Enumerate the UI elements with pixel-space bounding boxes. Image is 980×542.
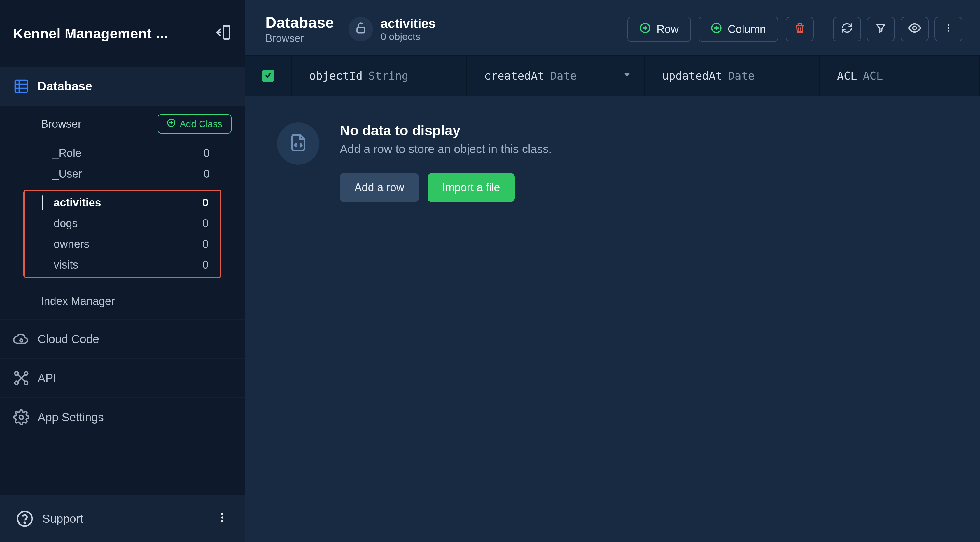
svg-point-11 bbox=[15, 381, 18, 385]
svg-rect-21 bbox=[357, 27, 364, 33]
sidebar-item-api[interactable]: API bbox=[0, 359, 245, 397]
select-all-cell[interactable] bbox=[245, 56, 292, 95]
sidebar: Kennel Management ... bbox=[0, 0, 245, 542]
visibility-button[interactable] bbox=[900, 17, 929, 41]
svg-point-33 bbox=[948, 30, 950, 32]
cloud-icon bbox=[13, 331, 29, 347]
class-item-user[interactable]: _User 0 bbox=[23, 164, 221, 184]
svg-point-19 bbox=[221, 517, 223, 518]
panel-collapse-icon bbox=[214, 24, 232, 43]
eye-icon bbox=[908, 21, 922, 37]
sidebar-item-label: Database bbox=[38, 79, 92, 93]
empty-import-file-button[interactable]: Import a file bbox=[428, 173, 515, 202]
column-type: String bbox=[368, 69, 408, 82]
table-header: objectId String createdAt Date updatedAt… bbox=[245, 56, 980, 96]
class-list-user-highlight: activities 0 dogs 0 owners 0 visits 0 bbox=[23, 189, 221, 278]
sidebar-item-label: API bbox=[38, 372, 56, 385]
class-object-count: 0 objects bbox=[381, 31, 436, 42]
topbar-actions: Row Column bbox=[627, 17, 963, 42]
svg-point-9 bbox=[15, 372, 18, 375]
sidebar-footer: Support bbox=[0, 495, 245, 542]
class-item-dogs[interactable]: dogs 0 bbox=[24, 213, 220, 234]
empty-state: No data to display Add a row to store an… bbox=[245, 96, 980, 228]
class-item-owners[interactable]: owners 0 bbox=[24, 234, 220, 254]
page-subtitle: Browser bbox=[266, 32, 334, 45]
filter-button[interactable] bbox=[867, 17, 895, 41]
check-icon bbox=[264, 71, 272, 81]
main-panel: Database Browser activities 0 objects bbox=[245, 0, 980, 542]
class-count: 0 bbox=[202, 217, 208, 230]
app-title: Kennel Management ... bbox=[13, 25, 168, 42]
empty-state-text: No data to display Add a row to store an… bbox=[340, 122, 552, 202]
support-label: Support bbox=[42, 512, 83, 525]
svg-rect-1 bbox=[15, 80, 27, 92]
sidebar-item-cloud-code[interactable]: Cloud Code bbox=[0, 320, 245, 358]
class-name: activities bbox=[381, 16, 436, 31]
sidebar-collapse-button[interactable] bbox=[214, 25, 232, 42]
sidebar-item-app-settings[interactable]: App Settings bbox=[0, 398, 245, 437]
support-link[interactable]: Support bbox=[16, 510, 83, 528]
sidebar-item-label: Cloud Code bbox=[38, 333, 99, 346]
add-row-label: Row bbox=[657, 23, 679, 36]
svg-point-15 bbox=[19, 415, 23, 419]
svg-point-12 bbox=[24, 381, 28, 385]
topbar: Database Browser activities 0 objects bbox=[245, 0, 980, 56]
add-column-label: Column bbox=[728, 23, 766, 36]
class-name: dogs bbox=[54, 217, 78, 230]
more-vertical-icon bbox=[216, 515, 229, 526]
add-class-button[interactable]: Add Class bbox=[158, 114, 232, 134]
sidebar-item-label: App Settings bbox=[38, 411, 104, 424]
class-count: 0 bbox=[202, 197, 208, 209]
page-title: Database bbox=[266, 14, 334, 31]
column-type: Date bbox=[550, 69, 577, 82]
sidebar-item-index-manager[interactable]: Index Manager bbox=[0, 283, 245, 319]
filter-icon bbox=[875, 22, 887, 37]
select-all-checkbox[interactable] bbox=[262, 70, 274, 82]
column-header-createdat[interactable]: createdAt Date bbox=[467, 56, 644, 95]
sidebar-more-button[interactable] bbox=[216, 511, 229, 526]
refresh-button[interactable] bbox=[833, 17, 861, 41]
class-item-role[interactable]: _Role 0 bbox=[23, 143, 221, 164]
class-name: _User bbox=[52, 168, 82, 180]
more-button[interactable] bbox=[934, 17, 963, 41]
svg-point-17 bbox=[24, 522, 25, 523]
svg-point-31 bbox=[948, 24, 950, 26]
plus-circle-icon bbox=[711, 22, 722, 36]
column-header-objectid[interactable]: objectId String bbox=[292, 56, 467, 95]
empty-add-row-button[interactable]: Add a row bbox=[340, 173, 419, 202]
file-code-icon bbox=[288, 132, 309, 156]
class-name: owners bbox=[54, 238, 89, 250]
class-item-visits[interactable]: visits 0 bbox=[24, 254, 220, 275]
delete-button[interactable] bbox=[786, 17, 814, 41]
class-name: visits bbox=[54, 259, 78, 271]
index-manager-label: Index Manager bbox=[41, 295, 115, 307]
svg-rect-0 bbox=[224, 26, 229, 39]
unlock-icon bbox=[355, 22, 367, 37]
help-circle-icon bbox=[16, 510, 33, 528]
add-class-label: Add Class bbox=[180, 119, 222, 129]
plus-circle-icon bbox=[167, 118, 176, 129]
sidebar-header: Kennel Management ... bbox=[0, 0, 245, 67]
sidebar-item-database[interactable]: Database bbox=[0, 67, 245, 105]
class-chip[interactable]: activities 0 objects bbox=[348, 16, 436, 42]
svg-point-32 bbox=[948, 27, 950, 29]
empty-subtitle: Add a row to store an object in this cla… bbox=[340, 143, 552, 156]
column-header-acl[interactable]: ACL ACL bbox=[819, 56, 980, 95]
class-count: 0 bbox=[204, 168, 210, 180]
column-header-updatedat[interactable]: updatedAt Date bbox=[644, 56, 819, 95]
svg-point-8 bbox=[20, 339, 22, 342]
sidebar-browser-row: Browser Add Class bbox=[0, 105, 245, 139]
class-count: 0 bbox=[204, 147, 210, 159]
svg-point-18 bbox=[221, 513, 223, 515]
browser-label[interactable]: Browser bbox=[41, 118, 81, 130]
add-row-button[interactable]: Row bbox=[627, 17, 691, 42]
database-icon bbox=[13, 78, 29, 94]
gear-icon bbox=[13, 409, 29, 425]
empty-state-icon-wrap bbox=[277, 122, 320, 165]
svg-point-10 bbox=[24, 372, 28, 375]
add-column-button[interactable]: Column bbox=[698, 17, 778, 42]
column-name: updatedAt bbox=[662, 69, 722, 82]
refresh-icon bbox=[841, 22, 853, 37]
class-security-button[interactable] bbox=[348, 17, 373, 41]
class-item-activities[interactable]: activities 0 bbox=[24, 192, 220, 213]
